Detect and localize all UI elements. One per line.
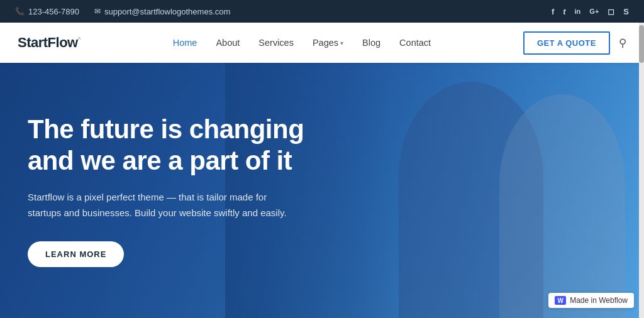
twitter-icon[interactable]: t: [563, 7, 565, 16]
chevron-down-icon: ▾: [340, 40, 343, 47]
instagram-icon[interactable]: ◻: [608, 7, 614, 16]
logo-mark: ^: [78, 36, 80, 43]
logo[interactable]: StartFlow^: [18, 35, 80, 51]
email-item[interactable]: ✉ support@startflowlogothemes.com: [94, 7, 230, 16]
get-quote-button[interactable]: GET A QUOTE: [523, 31, 610, 55]
webflow-badge-label: Made in Webflow: [570, 296, 628, 305]
webflow-w-letter: W: [557, 297, 563, 304]
nav-home[interactable]: Home: [165, 33, 205, 53]
nav-about[interactable]: About: [208, 33, 247, 53]
email-address: support@startflowlogothemes.com: [104, 7, 230, 16]
learn-more-button[interactable]: LEARN MORE: [28, 241, 124, 267]
linkedin-icon[interactable]: in: [575, 8, 581, 15]
facebook-icon[interactable]: f: [552, 7, 554, 16]
phone-number: 123-456-7890: [28, 7, 79, 16]
webflow-badge: W Made in Webflow: [548, 293, 634, 308]
skype-icon[interactable]: S: [623, 7, 629, 16]
logo-text: StartFlow: [18, 35, 78, 50]
hero-subtitle: Startflow is a pixel perfect theme — tha…: [28, 189, 292, 221]
nav-blog[interactable]: Blog: [355, 33, 388, 53]
nav-contact[interactable]: Contact: [392, 33, 438, 53]
social-links: f t in G+ ◻ S: [552, 7, 629, 16]
hero-content: The future is changing and we are a part…: [0, 114, 365, 266]
top-bar: 📞 123-456-7890 ✉ support@startflowlogoth…: [0, 0, 644, 23]
hero-section: The future is changing and we are a part…: [0, 63, 644, 318]
navbar: StartFlow^ Home About Services Pages ▾ B…: [0, 23, 644, 63]
phone-item[interactable]: 📞 123-456-7890: [15, 7, 79, 16]
phone-icon: 📞: [15, 7, 25, 16]
scrollbar-thumb[interactable]: [639, 25, 644, 63]
googleplus-icon[interactable]: G+: [589, 8, 599, 15]
nav-links: Home About Services Pages ▾ Blog Contact: [165, 33, 438, 53]
nav-services[interactable]: Services: [251, 33, 301, 53]
nav-pages-label: Pages: [313, 38, 338, 48]
email-icon: ✉: [94, 7, 101, 16]
nav-pages[interactable]: Pages ▾: [305, 33, 351, 53]
top-bar-left: 📞 123-456-7890 ✉ support@startflowlogoth…: [15, 7, 230, 16]
webflow-logo: W: [555, 296, 566, 305]
scrollbar[interactable]: [639, 23, 644, 318]
search-icon[interactable]: ⚲: [619, 36, 626, 50]
hero-title: The future is changing and we are a part…: [28, 114, 337, 176]
nav-right: GET A QUOTE ⚲: [523, 31, 626, 55]
